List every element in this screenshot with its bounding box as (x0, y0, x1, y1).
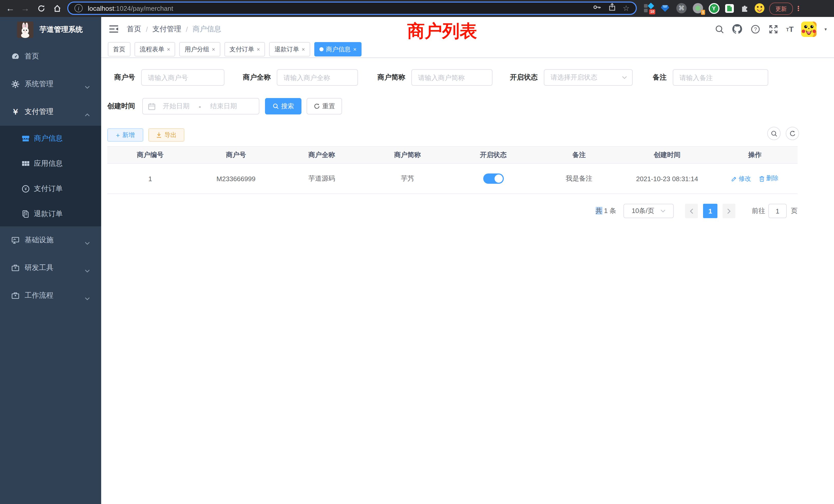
close-icon[interactable]: × (353, 46, 357, 52)
breadcrumb-home[interactable]: 首页 (127, 24, 141, 33)
refresh-list-button[interactable] (786, 127, 799, 140)
dashboard-icon (11, 52, 20, 61)
table-header-row: 商户编号 商户号 商户全称 商户简称 开启状态 备注 创建时间 操作 (107, 146, 797, 163)
close-icon[interactable]: × (302, 46, 305, 52)
active-tab-dot (320, 47, 324, 51)
emoji-extension-icon[interactable] (754, 3, 765, 14)
tags-view-bar: 首页 流程表单× 用户分组× 支付订单× 退款订单× 商户信息× (101, 41, 834, 58)
page-size-select[interactable]: 10条/页 (623, 204, 674, 218)
col-merchant-id: 商户编号 (107, 146, 193, 163)
reset-button[interactable]: 重置 (307, 98, 342, 114)
extension-grid-icon[interactable]: 10 (643, 3, 654, 14)
plus-icon: + (116, 132, 120, 138)
export-button[interactable]: 导出 (148, 128, 184, 142)
short-name-input[interactable] (411, 69, 492, 86)
next-page-button[interactable] (723, 204, 736, 218)
bookmark-star-icon[interactable]: ☆ (623, 4, 630, 12)
cell-remark: 我是备注 (536, 163, 622, 194)
sidebar-item-payment[interactable]: ￥ 支付管理 (0, 98, 101, 126)
total-count: 共 1 条 (595, 206, 616, 215)
pagination: 共 1 条 10条/页 1 前往 页 (595, 204, 797, 218)
fullscreen-icon[interactable] (768, 24, 778, 34)
sidebar-item-dev-tools[interactable]: 研发工具 (0, 254, 101, 282)
hide-search-button[interactable] (767, 127, 781, 140)
sidebar-item-app-info[interactable]: 应用信息 (0, 151, 101, 176)
tab-refund-order[interactable]: 退款订单× (269, 42, 310, 56)
yen-circle-icon: ¥ (22, 184, 30, 193)
browser-forward-icon[interactable]: → (19, 0, 31, 17)
extension-recorder-icon[interactable]: 1 (692, 3, 704, 14)
close-icon[interactable]: × (167, 46, 170, 52)
download-icon (156, 132, 162, 138)
share-icon[interactable] (608, 3, 615, 13)
browser-home-icon[interactable] (51, 0, 63, 17)
tab-flow-form[interactable]: 流程表单× (135, 42, 175, 56)
font-size-icon[interactable]: TT (786, 25, 794, 33)
sidebar-item-workflow[interactable]: 工作流程 (0, 282, 101, 310)
create-time-range-picker[interactable]: 开始日期 - 结束日期 (142, 98, 259, 114)
tab-merchant-info[interactable]: 商户信息× (314, 42, 362, 56)
help-icon[interactable]: ? (750, 24, 761, 34)
tab-pay-order[interactable]: 支付订单× (224, 42, 265, 56)
sidebar-item-infrastructure[interactable]: 基础设施 (0, 226, 101, 254)
sidebar-item-merchant-info[interactable]: 商户信息 (0, 126, 101, 151)
edit-button[interactable]: 修改 (731, 175, 751, 183)
browser-menu-icon[interactable]: ⋮ (795, 3, 802, 14)
github-icon[interactable] (732, 24, 743, 34)
table-row: 1 M233666999 芋道源码 芋艿 我是备注 2021-10-23 08:… (107, 163, 797, 194)
delete-button[interactable]: 删除 (759, 174, 778, 183)
avatar-caret-icon[interactable]: ▾ (825, 26, 827, 31)
search-icon (771, 130, 777, 137)
tab-user-group[interactable]: 用户分组× (179, 42, 220, 56)
status-select[interactable]: 请选择开启状态 (544, 69, 633, 86)
sidebar-item-system[interactable]: 系统管理 (0, 70, 101, 98)
password-key-icon[interactable] (592, 3, 601, 13)
main-header: 首页 / 支付管理 / 商户信息 商户列表 ? (101, 17, 834, 41)
chevron-up-icon (85, 110, 90, 114)
sidebar-item-refund-order[interactable]: 退款订单 (0, 201, 101, 226)
user-avatar[interactable] (802, 21, 817, 37)
extension-command-icon[interactable]: ⌘ (676, 3, 687, 14)
prev-page-button[interactable] (685, 204, 698, 218)
documents-icon (22, 210, 30, 218)
chevron-down-icon (85, 238, 90, 242)
sidebar-item-home[interactable]: 首页 (0, 43, 101, 70)
sidebar-item-label: 基础设施 (25, 235, 53, 245)
search-button[interactable]: 搜索 (265, 98, 302, 114)
site-info-icon[interactable]: i (74, 4, 83, 12)
extension-yudao-icon[interactable]: Y (708, 3, 720, 14)
breadcrumb-payment[interactable]: 支付管理 (153, 24, 181, 33)
extensions-puzzle-icon[interactable] (739, 3, 750, 14)
col-actions: 操作 (712, 146, 797, 163)
extension-gem-icon[interactable] (659, 3, 671, 14)
remark-input[interactable] (673, 69, 768, 86)
sidebar-item-label: 商户信息 (34, 134, 63, 143)
add-button[interactable]: + 新增 (107, 128, 143, 142)
col-status: 开启状态 (451, 146, 536, 163)
rabbit-logo-icon (17, 22, 34, 38)
sidebar-collapse-icon[interactable] (109, 25, 118, 33)
end-date-placeholder[interactable]: 结束日期 (210, 101, 237, 111)
cell-short-name: 芋艿 (365, 163, 451, 194)
extension-doc-icon[interactable] (724, 3, 735, 14)
search-icon[interactable] (714, 24, 725, 34)
url-bar[interactable]: i localhost:1024/pay/merchant ☆ (67, 2, 637, 15)
browser-back-icon[interactable]: ← (4, 0, 17, 17)
tab-home[interactable]: 首页 (108, 42, 130, 56)
svg-text:¥: ¥ (24, 187, 27, 191)
page-number-1[interactable]: 1 (703, 204, 718, 218)
browser-reload-icon[interactable] (35, 0, 47, 17)
merchant-no-input[interactable] (141, 69, 224, 86)
extension-badge: 10 (649, 9, 655, 14)
status-toggle[interactable] (483, 174, 504, 184)
cell-create-time: 2021-10-23 08:31:14 (622, 163, 712, 194)
browser-update-button[interactable]: 更新 (769, 3, 793, 15)
sidebar-item-pay-order[interactable]: ¥ 支付订单 (0, 176, 101, 201)
start-date-placeholder[interactable]: 开始日期 (163, 101, 190, 111)
refresh-icon (789, 130, 796, 137)
full-name-input[interactable] (277, 69, 358, 86)
app-logo[interactable]: 芋道管理系统 (0, 17, 101, 43)
goto-page-input[interactable] (768, 204, 787, 218)
close-icon[interactable]: × (212, 46, 215, 52)
close-icon[interactable]: × (257, 46, 260, 52)
